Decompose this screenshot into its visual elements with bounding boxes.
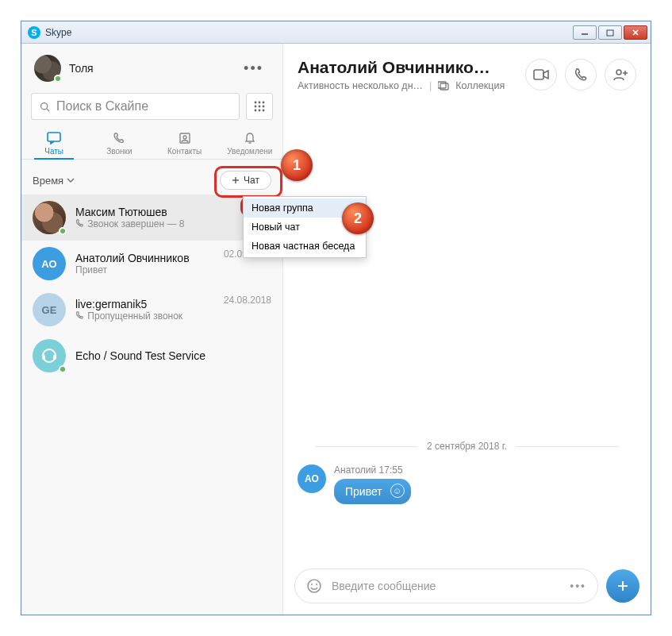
maximize-button[interactable] <box>598 25 622 40</box>
message-meta: Анатолий 17:55 <box>334 464 411 476</box>
my-name[interactable]: Толя <box>69 62 237 75</box>
gallery-link[interactable]: Коллекция <box>455 80 505 91</box>
svg-point-7 <box>259 102 261 104</box>
add-reaction-button[interactable]: ☺ <box>390 484 405 498</box>
minimize-button[interactable] <box>573 25 597 40</box>
add-user-icon <box>612 68 628 81</box>
svg-rect-25 <box>440 83 448 90</box>
bell-icon <box>244 132 256 145</box>
conversation-item[interactable]: GE live:germanik5 Пропущенный звонок 24.… <box>21 287 282 333</box>
nav-tabs: Чаты Звонки Контакты Уведомлени <box>21 126 282 160</box>
composer-more-button[interactable]: ••• <box>570 580 586 592</box>
dialpad-button[interactable] <box>246 93 273 120</box>
plus-icon <box>616 580 629 592</box>
new-chat-button[interactable]: Чат <box>220 171 271 190</box>
svg-rect-22 <box>42 355 45 360</box>
svg-point-13 <box>259 110 261 112</box>
window-controls <box>573 25 647 40</box>
message-row: АО Анатолий 17:55 Привет ☺ <box>298 464 411 504</box>
tab-notifications[interactable]: Уведомлени <box>217 126 282 159</box>
svg-point-10 <box>259 106 261 108</box>
list-header: Время Чат <box>21 160 282 195</box>
search-icon <box>40 102 50 112</box>
add-participant-button[interactable] <box>605 59 636 91</box>
gallery-icon <box>438 81 449 91</box>
svg-point-27 <box>616 70 621 75</box>
chat-icon <box>47 132 61 145</box>
avatar: АО <box>33 247 66 280</box>
presence-icon <box>59 227 67 235</box>
sidebar: Толя ••• Поиск в Скайпе Чаты <box>21 44 283 615</box>
svg-point-12 <box>255 110 257 112</box>
presence-icon <box>54 75 62 83</box>
conversation-name: Echo / Sound Test Service <box>75 349 271 362</box>
composer-placeholder: Введите сообщение <box>332 580 560 592</box>
conversation-subtitle: Привет <box>75 264 214 276</box>
titlebar: S Skype <box>21 21 651 44</box>
audio-call-button[interactable] <box>565 59 597 91</box>
sort-label[interactable]: Время <box>33 175 63 187</box>
video-call-button[interactable] <box>525 59 557 91</box>
conversation-name: live:germanik5 <box>75 298 214 310</box>
composer: Введите сообщение ••• <box>294 569 639 603</box>
chat-header: Анатолий Овчиннико… Активность несколько… <box>283 44 651 99</box>
annotation-bubble-2: 2 <box>342 202 374 234</box>
message-input[interactable]: Введите сообщение ••• <box>294 569 598 603</box>
svg-point-11 <box>263 106 265 108</box>
day-divider: 2 сентября 2018 г. <box>283 441 651 452</box>
chevron-down-icon <box>67 177 75 183</box>
my-avatar[interactable] <box>34 55 61 82</box>
chat-activity: Активность несколько дн… <box>298 80 423 91</box>
headset-icon <box>40 347 58 364</box>
conversation-item[interactable]: Echo / Sound Test Service <box>21 333 282 379</box>
svg-point-32 <box>316 584 317 585</box>
svg-rect-1 <box>607 30 613 36</box>
svg-point-31 <box>311 584 313 585</box>
tab-chats[interactable]: Чаты <box>21 126 86 159</box>
conversation-date: 24.08.2018 <box>224 295 271 306</box>
window-title: Skype <box>45 27 573 38</box>
conversation-subtitle: Звонок завершен — 8 <box>75 218 244 229</box>
dialpad-icon <box>253 100 266 113</box>
svg-point-9 <box>255 106 257 108</box>
video-icon <box>533 69 549 80</box>
svg-line-5 <box>47 108 49 110</box>
svg-rect-24 <box>438 82 446 88</box>
more-button[interactable]: ••• <box>237 57 270 80</box>
conversation-name: Максим Тютюшев <box>75 206 244 218</box>
emoji-icon[interactable] <box>306 578 322 594</box>
phone-icon <box>113 132 125 145</box>
svg-point-14 <box>263 110 265 112</box>
svg-point-8 <box>263 102 265 104</box>
conversation-name: Анатолий Овчинников <box>75 252 214 264</box>
chat-title: Анатолий Овчиннико… <box>298 58 517 77</box>
send-button[interactable] <box>606 569 639 603</box>
search-placeholder: Поиск в Скайпе <box>56 99 148 114</box>
tab-calls[interactable]: Звонки <box>86 126 152 159</box>
annotation-bubble-1: 1 <box>281 149 313 181</box>
chat-panel: Анатолий Овчиннико… Активность несколько… <box>283 44 651 615</box>
svg-point-6 <box>255 102 257 104</box>
plus-icon <box>232 176 240 184</box>
phone-icon <box>75 218 85 228</box>
avatar <box>33 201 66 234</box>
minimize-icon <box>581 29 589 36</box>
menu-new-private[interactable]: Новая частная беседа <box>244 237 366 256</box>
svg-rect-26 <box>534 70 543 79</box>
contacts-icon <box>179 132 191 145</box>
skype-logo-icon: S <box>28 26 40 39</box>
missed-call-icon <box>75 310 85 320</box>
me-section: Толя ••• <box>21 44 282 88</box>
message-bubble[interactable]: Привет ☺ <box>334 479 411 504</box>
svg-rect-23 <box>53 355 56 360</box>
close-icon <box>632 29 639 37</box>
search-input[interactable]: Поиск в Скайпе <box>31 93 240 120</box>
avatar: GE <box>33 293 66 326</box>
close-button[interactable] <box>624 25 647 40</box>
chat-body: 2 сентября 2018 г. АО Анатолий 17:55 При… <box>283 99 651 562</box>
phone-icon <box>574 67 588 82</box>
svg-point-17 <box>183 136 186 139</box>
tab-contacts[interactable]: Контакты <box>152 126 217 159</box>
svg-point-30 <box>308 580 321 592</box>
message-avatar: АО <box>298 464 326 493</box>
